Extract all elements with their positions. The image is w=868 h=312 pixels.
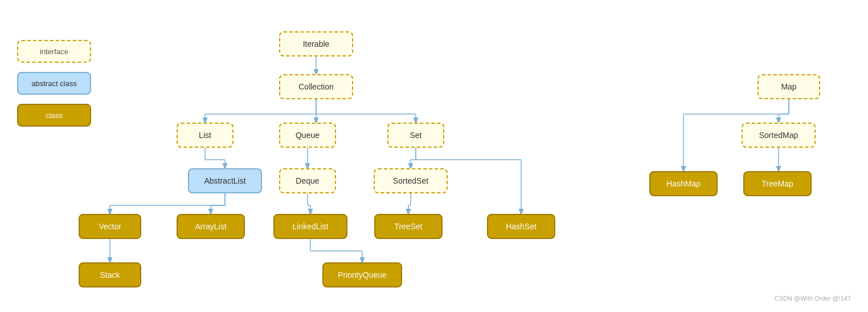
node-abstractList: AbstractList — [188, 168, 262, 193]
node-linkedList: LinkedList — [273, 214, 347, 239]
legend: interface abstract class class — [17, 40, 91, 127]
watermark: CSDN @With Order @!147 — [775, 295, 851, 302]
node-vector: Vector — [79, 214, 141, 239]
diagram-container: interface abstract class class — [0, 0, 868, 312]
node-priorityQueue: PriorityQueue — [322, 262, 402, 287]
legend-interface-box: interface — [17, 40, 91, 63]
node-stack: Stack — [79, 262, 141, 287]
legend-class-item: class — [17, 104, 91, 127]
node-sortedSet: SortedSet — [374, 168, 448, 193]
legend-abstract-item: abstract class — [17, 72, 91, 95]
node-collection: Collection — [279, 74, 353, 99]
node-treeSet: TreeSet — [374, 214, 443, 239]
node-sortedMap: SortedMap — [742, 123, 816, 148]
legend-class-label: class — [46, 111, 63, 120]
node-map: Map — [758, 74, 820, 99]
node-deque: Deque — [279, 168, 336, 193]
node-hashMap: HashMap — [649, 171, 718, 196]
node-treeMap: TreeMap — [743, 171, 812, 196]
watermark-text: CSDN @With Order @!147 — [775, 295, 851, 302]
legend-interface-item: interface — [17, 40, 91, 63]
node-queue: Queue — [279, 123, 336, 148]
legend-class-box: class — [17, 104, 91, 127]
legend-abstract-label: abstract class — [31, 79, 76, 88]
node-set: Set — [387, 123, 444, 148]
node-arrayList: ArrayList — [177, 214, 245, 239]
legend-abstract-box: abstract class — [17, 72, 91, 95]
node-iterable: Iterable — [279, 31, 353, 56]
legend-interface-label: interface — [40, 47, 68, 56]
node-hashSet: HashSet — [487, 214, 555, 239]
node-list: List — [177, 123, 234, 148]
